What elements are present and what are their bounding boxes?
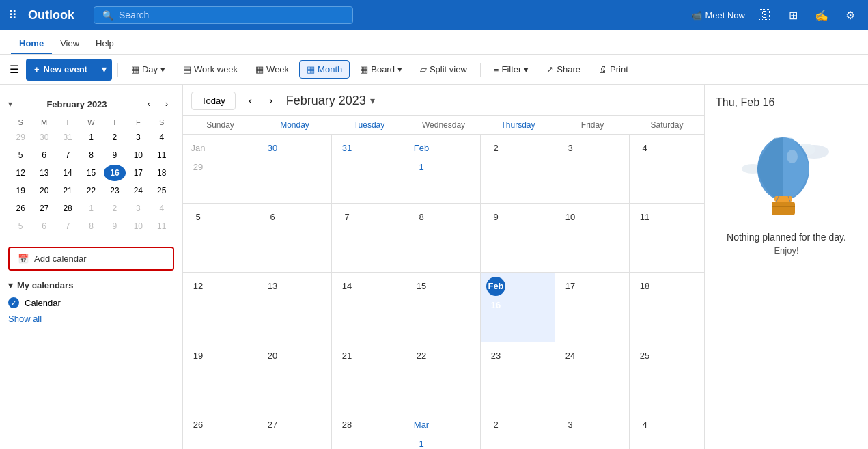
view-day-btn[interactable]: ▦ Day ▾	[124, 60, 173, 79]
show-all-btn[interactable]: Show all	[8, 311, 174, 327]
cal-day-cell[interactable]: 10	[555, 204, 630, 272]
mini-cal-day[interactable]: 12	[10, 165, 31, 181]
mini-cal-day[interactable]: 2	[104, 129, 126, 146]
new-event-dropdown-arrow[interactable]: ▾	[96, 59, 112, 81]
mini-cal-next[interactable]: ›	[159, 96, 174, 111]
cal-day-cell[interactable]: 23	[481, 342, 555, 411]
mini-cal-day[interactable]: 31	[57, 129, 79, 146]
cal-day-cell[interactable]: 8	[406, 204, 481, 272]
mini-cal-day[interactable]: 21	[57, 182, 79, 199]
cal-day-cell[interactable]: 2	[481, 135, 555, 203]
mini-cal-day[interactable]: 18	[151, 165, 173, 181]
view-week-btn[interactable]: ▦ Week	[248, 60, 296, 79]
mini-cal-day[interactable]: 8	[80, 218, 102, 234]
mini-cal-day[interactable]: 13	[33, 165, 55, 181]
view-workweek-btn[interactable]: ▤ Work week	[176, 60, 245, 79]
cal-day-cell[interactable]: Feb 1	[406, 135, 481, 203]
settings-icon[interactable]: ⚙	[841, 5, 860, 25]
mini-cal-day[interactable]: 9	[104, 147, 126, 163]
mini-cal-day[interactable]: 26	[10, 200, 31, 217]
mini-cal-day[interactable]: 8	[80, 147, 102, 163]
mini-cal-day[interactable]: 23	[104, 182, 126, 199]
mini-cal-day[interactable]: 27	[33, 200, 55, 217]
today-button[interactable]: Today	[191, 92, 236, 110]
mini-cal-day[interactable]: 6	[33, 147, 55, 163]
mini-cal-day[interactable]: 11	[151, 147, 173, 163]
view-split-btn[interactable]: ▱ Split view	[412, 60, 475, 79]
next-month-btn[interactable]: ›	[262, 91, 281, 110]
mini-cal-day[interactable]: 5	[10, 218, 31, 234]
mini-cal-day[interactable]: 16	[104, 165, 126, 181]
my-calendars-header[interactable]: ▾ My calendars	[8, 276, 174, 295]
mini-cal-day[interactable]: 22	[80, 182, 102, 199]
cal-day-cell[interactable]: 3	[555, 135, 630, 203]
mini-cal-day[interactable]: 10	[127, 147, 149, 163]
mini-cal-day[interactable]: 2	[104, 200, 126, 217]
cal-day-cell[interactable]: 4	[630, 135, 704, 203]
add-calendar-btn[interactable]: 📅 Add calendar	[8, 247, 174, 271]
cal-day-cell[interactable]: 20	[257, 342, 332, 411]
mini-cal-day[interactable]: 3	[127, 129, 149, 146]
mini-cal-day[interactable]: 17	[127, 165, 149, 181]
mini-cal-prev[interactable]: ‹	[141, 96, 156, 111]
mini-cal-day[interactable]: 19	[10, 182, 31, 199]
mini-cal-day[interactable]: 30	[33, 129, 55, 146]
cal-day-cell[interactable]: 28	[332, 411, 406, 449]
share-btn[interactable]: ↗ Share	[539, 60, 588, 79]
hamburger-icon[interactable]: ☰	[5, 59, 23, 80]
cal-day-cell[interactable]: Jan 29	[183, 135, 257, 203]
mini-cal-day[interactable]: 9	[104, 218, 126, 234]
filter-btn[interactable]: ≡ Filter ▾	[486, 60, 536, 79]
menu-home[interactable]: Home	[11, 34, 52, 54]
mini-cal-day[interactable]: 3	[127, 200, 149, 217]
cal-day-cell[interactable]: 15	[406, 273, 481, 341]
mini-cal-day[interactable]: 7	[57, 218, 79, 234]
cal-day-cell[interactable]: Mar 1	[406, 411, 481, 449]
mini-cal-day[interactable]: 24	[127, 182, 149, 199]
cal-day-cell[interactable]: 25	[630, 342, 704, 411]
mini-cal-day[interactable]: 14	[57, 165, 79, 181]
mini-cal-day[interactable]: 5	[10, 147, 31, 163]
cal-day-cell[interactable]: 9	[481, 204, 555, 272]
cal-day-cell[interactable]: 13	[257, 273, 332, 341]
cal-day-cell[interactable]: 17	[555, 273, 630, 341]
cal-day-cell[interactable]: 18	[630, 273, 704, 341]
cal-day-cell[interactable]: 3	[555, 411, 630, 449]
view-board-btn[interactable]: ▦ Board ▾	[352, 60, 410, 79]
mini-cal-day[interactable]: 28	[57, 200, 79, 217]
cal-day-cell[interactable]: 21	[332, 342, 406, 411]
cal-day-cell[interactable]: 24	[555, 342, 630, 411]
mini-cal-day[interactable]: 6	[33, 218, 55, 234]
menu-help[interactable]: Help	[87, 34, 122, 54]
prev-month-btn[interactable]: ‹	[241, 91, 260, 110]
mini-cal-day[interactable]: 10	[127, 218, 149, 234]
month-dropdown-arrow[interactable]: ▾	[370, 95, 375, 106]
cal-day-cell[interactable]: 2	[481, 411, 555, 449]
skype-icon[interactable]: 🇸	[755, 5, 774, 25]
mini-cal-day[interactable]: 4	[151, 200, 173, 217]
cal-day-cell[interactable]: 31	[332, 135, 406, 203]
mini-cal-day[interactable]: 11	[151, 218, 173, 234]
cal-day-cell[interactable]: 12	[183, 273, 257, 341]
mini-cal-day[interactable]: 20	[33, 182, 55, 199]
calendar-item-calendar[interactable]: ✓ Calendar	[8, 295, 174, 311]
cal-day-cell[interactable]: 22	[406, 342, 481, 411]
new-event-button[interactable]: + New event ▾	[26, 59, 112, 81]
cal-day-cell[interactable]: 30	[257, 135, 332, 203]
mini-cal-collapse[interactable]: ▾	[8, 99, 12, 109]
mini-cal-day[interactable]: 4	[151, 129, 173, 146]
meet-now-btn[interactable]: 📹 Meet Now	[691, 10, 745, 21]
mini-cal-day[interactable]: 7	[57, 147, 79, 163]
cal-day-cell[interactable]: 14	[332, 273, 406, 341]
mini-cal-day[interactable]: 15	[80, 165, 102, 181]
cal-day-cell[interactable]: 26	[183, 411, 257, 449]
cal-day-cell[interactable]: 27	[257, 411, 332, 449]
waffle-icon[interactable]: ⠿	[8, 8, 17, 23]
cal-day-cell[interactable]: 4	[630, 411, 704, 449]
cal-day-cell[interactable]: Feb 16	[481, 273, 555, 341]
menu-view[interactable]: View	[52, 34, 87, 54]
mini-cal-day[interactable]: 1	[80, 200, 102, 217]
search-input[interactable]	[119, 10, 344, 21]
view-month-btn[interactable]: ▦ Month	[299, 60, 350, 79]
cal-day-cell[interactable]: 6	[257, 204, 332, 272]
